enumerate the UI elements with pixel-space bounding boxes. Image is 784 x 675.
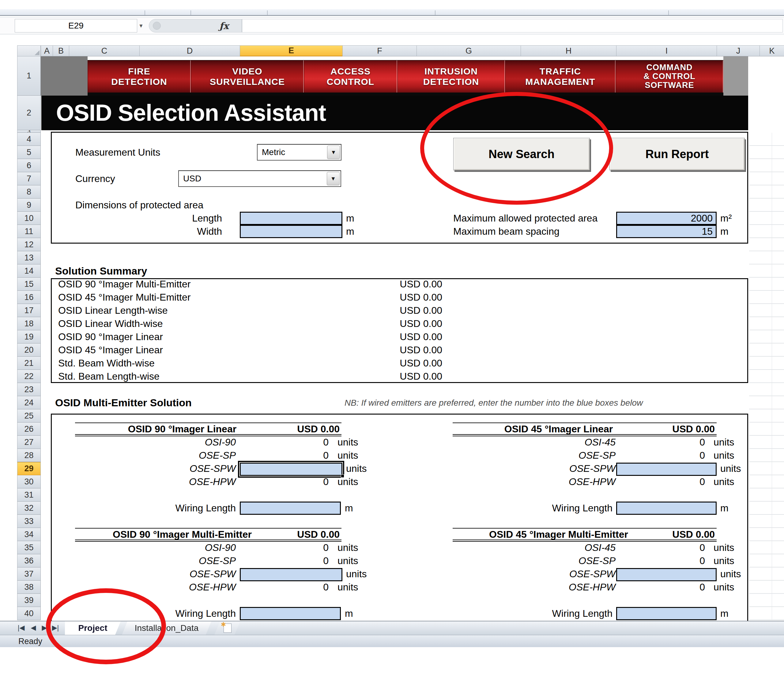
row-header-17[interactable]: 17 (17, 304, 41, 317)
column-header-B[interactable]: B (53, 45, 69, 56)
row-header-33[interactable]: 33 (17, 515, 41, 528)
ose-spw-input-selected-cell[interactable] (240, 463, 342, 476)
dropdown-caret-icon[interactable]: ▼ (327, 172, 340, 186)
row-header-28[interactable]: 28 (17, 449, 41, 462)
row-header-24[interactable]: 24 (17, 396, 41, 409)
column-header-K[interactable]: K (759, 45, 784, 56)
run-report-button[interactable]: Run Report (610, 138, 745, 170)
length-input[interactable] (240, 212, 342, 225)
row-header-9[interactable]: 9 (17, 198, 41, 212)
row-header-38[interactable]: 38 (17, 581, 41, 594)
part-label: OSE-SPW (502, 567, 616, 581)
row-header-20[interactable]: 20 (17, 343, 41, 357)
summary-item-name: OSID Linear Width-wise (58, 317, 163, 330)
row-header-15[interactable]: 15 (17, 277, 41, 291)
row-header-10[interactable]: 10 (17, 212, 41, 225)
column-header-D[interactable]: D (139, 45, 240, 56)
sheet-nav-first-icon[interactable]: |◀ (16, 623, 26, 633)
width-input[interactable] (240, 225, 342, 238)
row-header-2[interactable]: 2 (17, 96, 41, 130)
row-header-16[interactable]: 16 (17, 291, 41, 304)
row-header-14[interactable]: 14 (17, 264, 41, 277)
row-header-13[interactable]: 13 (17, 251, 41, 264)
row-header-3[interactable]: 3 (17, 130, 41, 133)
row-header-37[interactable]: 37 (17, 567, 41, 581)
ose-spw-input[interactable] (616, 463, 717, 476)
banner-tab-line: FIRE (128, 66, 150, 76)
row-header-26[interactable]: 26 (17, 422, 41, 436)
row-header-5[interactable]: 5 (17, 146, 41, 159)
row-header-22[interactable]: 22 (17, 370, 41, 383)
banner-tab-intrusion-detection[interactable]: INTRUSION DETECTION (397, 60, 505, 92)
banner-tab-traffic-management[interactable]: TRAFFIC MANAGEMENT (505, 60, 616, 92)
new-search-button[interactable]: New Search (453, 138, 590, 170)
wiring-length-input[interactable] (616, 502, 717, 515)
banner-tab-line: CONTROL (327, 76, 374, 87)
row-header-18[interactable]: 18 (17, 317, 41, 330)
panel-title: OSID 90 °Imager Multi-Emitter (75, 529, 289, 540)
currency-dropdown[interactable]: USD ▼ (178, 170, 341, 187)
name-box-caret-icon[interactable]: ▼ (138, 23, 144, 29)
row-header-4[interactable]: 4 (17, 133, 41, 146)
wiring-length-input[interactable] (240, 502, 341, 515)
row-header-1[interactable]: 1 (17, 56, 41, 96)
max-spacing-value-box[interactable]: 15 (616, 225, 717, 238)
row-header-7[interactable]: 7 (17, 172, 41, 186)
column-header-F[interactable]: F (342, 45, 417, 56)
wiring-length-input[interactable] (240, 607, 341, 620)
row-header-27[interactable]: 27 (17, 436, 41, 449)
wiring-length-label: Wiring Length (509, 502, 613, 515)
row-header-30[interactable]: 30 (17, 475, 41, 488)
row-header-32[interactable]: 32 (17, 502, 41, 515)
banner-tab-video-surveillance[interactable]: VIDEO SURVEILLANCE (191, 60, 304, 92)
insert-function-icon[interactable]: ƒx (219, 20, 229, 31)
sheet-nav-next-icon[interactable]: ▶ (39, 623, 50, 633)
dropdown-caret-icon[interactable]: ▼ (327, 145, 340, 159)
row-header-31[interactable]: 31 (17, 488, 41, 502)
max-area-value-box[interactable]: 2000 (616, 212, 717, 225)
sheet-tab-project[interactable]: Project (65, 621, 121, 635)
row-header-6[interactable]: 6 (17, 159, 41, 172)
column-header-G[interactable]: G (417, 45, 521, 56)
row-header-35[interactable]: 35 (17, 541, 41, 554)
row-header-23[interactable]: 23 (17, 383, 41, 396)
column-header-C[interactable]: C (69, 45, 139, 56)
excel-window: E29 ▼ ƒx ABCDEFGHIJK 1234567891011121314… (0, 0, 784, 675)
formula-input[interactable] (242, 19, 783, 33)
column-header-A[interactable]: A (41, 45, 53, 56)
banner-tab-access-control[interactable]: ACCESS CONTROL (304, 60, 397, 92)
part-qty: 0 (240, 475, 328, 488)
select-all-corner[interactable] (17, 45, 41, 56)
row-header-19[interactable]: 19 (17, 330, 41, 343)
wiring-length-label: Wiring Length (132, 607, 236, 620)
column-header-E[interactable]: E (240, 45, 342, 56)
measurement-units-dropdown[interactable]: Metric ▼ (257, 144, 341, 161)
row-header-39[interactable]: 39 (17, 594, 41, 607)
part-label: OSE-SP (123, 449, 236, 462)
sheet-nav-prev-icon[interactable]: ◀ (28, 623, 39, 633)
part-label: OSE-HPW (123, 581, 236, 594)
wiring-length-input[interactable] (616, 607, 717, 620)
sheet-nav-last-icon[interactable]: ▶| (50, 623, 61, 633)
ose-spw-input[interactable] (240, 568, 342, 581)
sheet-tab-installation-data[interactable]: Installation_Data (122, 621, 211, 635)
row-header-29[interactable]: 29 (17, 462, 41, 475)
row-header-11[interactable]: 11 (17, 225, 41, 238)
row-header-12[interactable]: 12 (17, 238, 41, 251)
part-qty: 0 (616, 449, 705, 462)
row-header-25[interactable]: 25 (17, 409, 41, 422)
name-box[interactable]: E29 (15, 19, 137, 33)
column-header-H[interactable]: H (521, 45, 616, 56)
row-header-34[interactable]: 34 (17, 528, 41, 541)
column-header-J[interactable]: J (717, 45, 759, 56)
column-header-I[interactable]: I (616, 45, 717, 56)
row-header-36[interactable]: 36 (17, 554, 41, 567)
row-header-21[interactable]: 21 (17, 357, 41, 370)
banner-tab-command-control-software[interactable]: COMMAND & CONTROL SOFTWARE (616, 60, 723, 92)
ribbon-tick (145, 11, 145, 15)
ose-spw-input[interactable] (616, 568, 717, 581)
row-header-8[interactable]: 8 (17, 186, 41, 198)
row-header-40[interactable]: 40 (17, 607, 41, 620)
banner-tab-fire-detection[interactable]: FIRE DETECTION (87, 60, 191, 92)
part-qty: 0 (616, 554, 705, 567)
